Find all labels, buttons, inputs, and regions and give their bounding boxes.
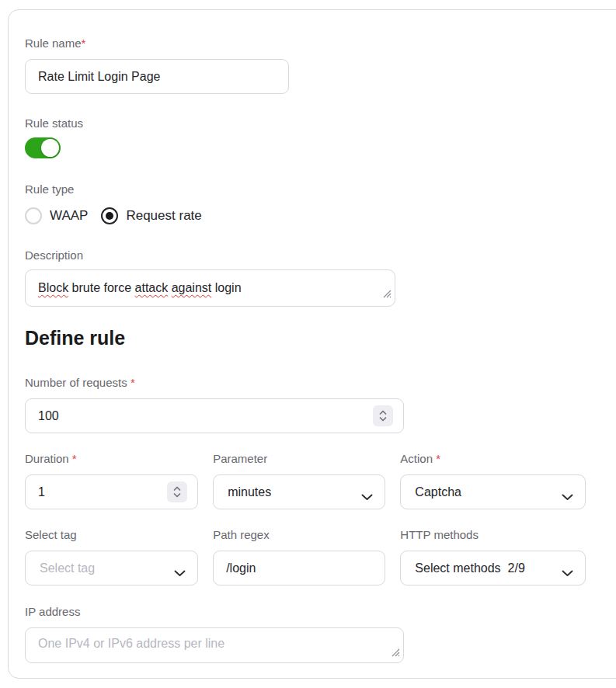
radio-option-waap-label: WAAP xyxy=(50,208,88,224)
http-methods-select[interactable]: Select methods 2/9 xyxy=(400,551,586,585)
number-of-requests-label-text: Number of requests xyxy=(25,376,127,389)
http-methods-count: 2/9 xyxy=(508,561,525,575)
number-of-requests-field xyxy=(25,398,404,433)
action-label-text: Action xyxy=(400,452,433,465)
radio-dot xyxy=(106,212,113,220)
define-rule-heading: Define rule xyxy=(25,327,586,349)
http-methods-field: HTTP methods Select methods 2/9 xyxy=(400,527,586,585)
row-tag-path-methods: Select tag Select tag Path regex HTTP me… xyxy=(25,527,586,585)
stepper-up-down-icon xyxy=(378,408,388,423)
rule-type-radio-group: WAAP Request rate xyxy=(25,207,586,225)
parameter-field: Parameter minutes xyxy=(213,451,385,509)
duration-label-text: Duration xyxy=(25,452,69,465)
action-label: Action * xyxy=(400,451,586,467)
required-asterisk: * xyxy=(69,452,77,465)
toggle-knob xyxy=(41,139,59,157)
chevron-down-icon xyxy=(562,566,573,580)
resize-handle-icon[interactable] xyxy=(392,646,400,660)
radio-option-request-rate-label: Request rate xyxy=(126,208,201,224)
radio-option-request-rate[interactable]: Request rate xyxy=(101,207,201,224)
ip-address-label: IP address xyxy=(25,604,586,620)
ip-address-field xyxy=(25,627,404,663)
number-of-requests-input[interactable] xyxy=(25,398,404,433)
radio-option-waap[interactable]: WAAP xyxy=(25,207,88,224)
parameter-label: Parameter xyxy=(213,451,385,467)
action-field: Action * Captcha xyxy=(400,451,586,509)
required-asterisk: * xyxy=(82,36,86,50)
ip-address-textarea[interactable] xyxy=(25,627,404,663)
http-methods-label: HTTP methods xyxy=(400,527,586,543)
duration-stepper[interactable] xyxy=(167,481,187,502)
stepper-up-down-icon xyxy=(172,485,183,499)
description-textarea-text: Block brute force attack against login xyxy=(38,279,376,297)
action-select[interactable]: Captcha xyxy=(400,474,586,509)
duration-field: Duration * xyxy=(25,451,198,509)
number-of-requests-label: Number of requests * xyxy=(25,375,586,391)
action-select-value: Captcha xyxy=(415,485,461,499)
description-textarea[interactable]: Block brute force attack against login xyxy=(25,269,395,307)
path-regex-input[interactable] xyxy=(213,551,385,585)
parameter-select-value: minutes xyxy=(228,485,271,499)
http-methods-select-value: Select methods xyxy=(415,561,500,575)
select-tag-field: Select tag Select tag xyxy=(25,527,198,585)
chevron-down-icon xyxy=(361,490,373,504)
rule-type-label: Rule type xyxy=(25,182,586,197)
required-asterisk: * xyxy=(433,452,440,465)
chevron-down-icon xyxy=(174,566,186,580)
rule-status-toggle[interactable] xyxy=(25,137,61,158)
duration-label: Duration * xyxy=(25,451,198,467)
row-duration-parameter-action: Duration * Parameter minutes xyxy=(25,451,586,509)
chevron-down-icon xyxy=(562,490,573,504)
select-tag-select[interactable]: Select tag xyxy=(25,551,198,585)
rule-form-content: Rule name* Rule status Rule type WAAP Re… xyxy=(9,10,586,663)
radio-unchecked-icon[interactable] xyxy=(25,207,42,224)
description-label: Description xyxy=(25,248,586,263)
rule-form-card: Rule name* Rule status Rule type WAAP Re… xyxy=(8,9,616,679)
path-regex-field: Path regex xyxy=(213,527,385,585)
required-asterisk: * xyxy=(127,376,135,389)
select-tag-label: Select tag xyxy=(25,527,198,543)
rule-name-label-text: Rule name xyxy=(25,36,82,50)
resize-handle-icon[interactable] xyxy=(383,285,392,304)
number-stepper[interactable] xyxy=(373,405,393,426)
parameter-select[interactable]: minutes xyxy=(213,474,385,509)
rule-status-label: Rule status xyxy=(25,116,586,131)
rule-name-input[interactable] xyxy=(25,59,289,94)
radio-checked-icon[interactable] xyxy=(101,207,118,224)
path-regex-label: Path regex xyxy=(213,527,385,543)
rule-name-label: Rule name* xyxy=(25,36,586,51)
select-tag-placeholder: Select tag xyxy=(40,561,95,575)
